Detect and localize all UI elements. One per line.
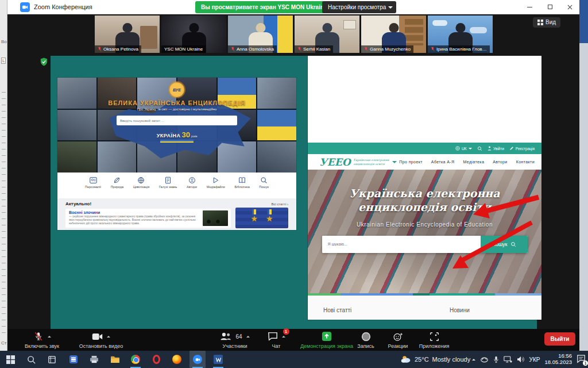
chat-badge: 1	[283, 328, 289, 335]
ueeo-search-bar: Пошук	[322, 236, 528, 253]
video-tile[interactable]: Ganna Muzychenko	[361, 16, 426, 53]
zoom-taskbar-icon[interactable]	[189, 351, 206, 368]
person-circle-icon	[188, 177, 196, 184]
participant-silhouette	[189, 23, 199, 33]
vue-nav-media: Медіафайли	[207, 177, 225, 198]
play-icon	[212, 177, 219, 184]
media-app-icon[interactable]	[65, 351, 82, 368]
apps-button[interactable]: Приложения	[415, 331, 453, 349]
word-glyph	[214, 355, 223, 364]
vue-site-subtitle: Про Україну та світ — достовірно і мульт…	[137, 108, 217, 111]
stop-video-button[interactable]: Остановить видео	[69, 331, 133, 349]
zoom-app-icon	[20, 2, 30, 12]
language-selector: UK	[455, 146, 472, 151]
taskbar-search-button[interactable]	[23, 351, 39, 368]
vue-nav-civilization: Цивілізація	[133, 177, 150, 198]
chevron-up-icon[interactable]	[107, 334, 110, 338]
record-icon	[361, 332, 371, 342]
news-heading: Новини	[450, 307, 470, 313]
video-tile-active-speaker[interactable]: YSC MON Ukraine	[161, 16, 226, 53]
ueeo-hero: Українська електронна енциклопедія освіт…	[308, 170, 541, 293]
weather-widget[interactable]: 25°C Mostly cloudy	[401, 351, 470, 368]
opera-icon[interactable]	[148, 351, 164, 368]
action-center-button[interactable]: 1	[577, 354, 587, 365]
ueeo-hero-title: Українська електронна	[349, 187, 500, 201]
start-button[interactable]	[2, 351, 18, 368]
participant-nameplate: Ganna Muzychenko	[361, 45, 413, 53]
all-articles-link: Всі статті ›	[272, 202, 288, 206]
fax-printer-icon[interactable]	[86, 351, 102, 368]
new-articles-heading: Нові статті	[323, 307, 351, 313]
clock[interactable]: 16:56 18.05.2023	[544, 353, 572, 366]
vue-nav-personalities: Персоналії	[85, 177, 101, 198]
background-window-right-edge[interactable]	[579, 0, 588, 351]
desktop: Во L Ст Zoom Конференция Вы просматривае…	[0, 0, 588, 368]
file-explorer-icon[interactable]	[107, 351, 123, 368]
view-settings-button[interactable]: Настройки просмотра	[322, 1, 396, 13]
video-tile[interactable]: Anna Osmolovska	[228, 16, 293, 53]
article-card: Воєнні злочини — серйозні порушення міжн…	[65, 209, 231, 228]
chevron-up-icon[interactable]	[246, 334, 250, 338]
notification-badge: 1	[583, 361, 588, 366]
medal-icon: ★	[266, 209, 273, 228]
display-network-icon[interactable]	[504, 356, 512, 363]
vue-site-screenshot: ВУЕ ВЕЛИКА УКРАЇНСЬКА ЕНЦИКЛОПЕДІЯ Про У…	[57, 78, 296, 230]
participants-button[interactable]: 64 Участники	[207, 331, 262, 349]
language-indicator[interactable]: УКР	[529, 356, 540, 363]
zoom-glyph	[193, 355, 202, 364]
ueeo-nav-alphabet: Абетка А-Я	[431, 160, 455, 164]
ueeo-lower-sections: Нові статті Новини	[308, 296, 541, 320]
chrome-icon[interactable]	[127, 351, 144, 368]
microphone-tray-icon[interactable]	[493, 356, 499, 363]
chevron-up-icon[interactable]	[48, 334, 51, 338]
record-button[interactable]: Запись	[351, 331, 381, 349]
share-screen-button[interactable]: Демонстрация экрана	[295, 331, 359, 349]
chat-button[interactable]: 1 Чат	[260, 331, 292, 349]
speaker-icon[interactable]	[517, 356, 525, 363]
zoom-window: Zoom Конференция Вы просматриваете экран…	[7, 0, 579, 351]
vue-nav-row: Персоналії Природа Цивілізація Галузі зн…	[57, 172, 296, 198]
maximize-button[interactable]	[540, 0, 560, 14]
mic-muted-icon	[431, 47, 435, 52]
video-background-cloud	[470, 27, 487, 33]
close-button[interactable]	[560, 0, 579, 14]
vue-hero-collage: ВУЕ ВЕЛИКА УКРАЇНСЬКА ЕНЦИКЛОПЕДІЯ Про У…	[57, 78, 296, 172]
reactions-button[interactable]: Реакции	[382, 331, 414, 349]
ueeo-nav-contacts: Контакти	[516, 160, 535, 164]
tray-expand-icon[interactable]	[472, 357, 475, 361]
view-layout-button[interactable]: Вид	[533, 17, 560, 28]
security-shield-button[interactable]	[39, 57, 49, 69]
participant-silhouette	[256, 23, 265, 33]
temperature: 25°C	[415, 356, 429, 363]
id-card-icon	[90, 177, 97, 184]
leave-button[interactable]: Выйти	[544, 332, 575, 346]
vue-logo: ВУЕ	[169, 82, 184, 97]
video-tile[interactable]: Ірина Василівна Глов…	[428, 16, 493, 53]
apps-icon	[430, 332, 439, 342]
video-camera-icon	[92, 332, 103, 341]
word-fragment: Во	[1, 39, 7, 44]
ueeo-search-input	[322, 236, 481, 253]
video-tile[interactable]: Serhii Kasian	[295, 16, 359, 53]
media-app-glyph	[69, 355, 78, 364]
participant-nameplate: Ірина Василівна Глов…	[428, 45, 490, 53]
background-window-word-edge[interactable]: Во L Ст	[0, 0, 7, 351]
onedrive-icon[interactable]	[480, 356, 489, 363]
weather-condition: Mostly cloudy	[432, 356, 471, 363]
firefox-icon[interactable]	[169, 351, 185, 368]
task-view-button[interactable]	[44, 351, 60, 368]
word-taskbar-icon[interactable]	[210, 351, 226, 368]
unmute-button[interactable]: Включить звук	[16, 331, 68, 349]
video-tile[interactable]: Oksana Petinova	[95, 16, 160, 53]
search-icon	[477, 146, 482, 151]
participant-silhouette	[455, 23, 465, 33]
firefox-glyph	[172, 355, 181, 364]
vue-search-input	[117, 116, 237, 125]
chat-icon	[268, 332, 278, 341]
open-book-icon	[238, 177, 246, 184]
word-tab-fragment: L	[1, 57, 6, 64]
flag-bar	[160, 140, 194, 143]
vue-nav-search: Пошук	[259, 177, 269, 198]
ukraine-30-logo: УКРАЇНА 30 років	[157, 131, 198, 139]
minimize-button[interactable]	[520, 0, 539, 14]
